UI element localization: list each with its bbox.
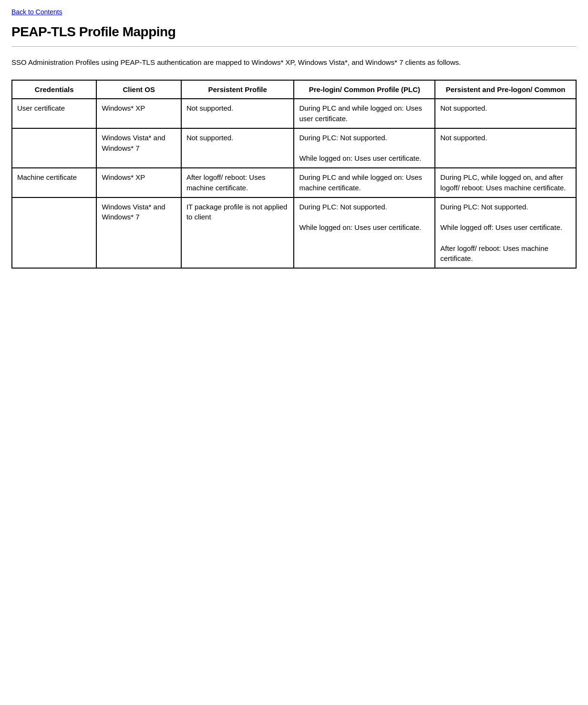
cell-pre-login: During PLC: Not supported.While logged o… — [294, 128, 435, 168]
cell-client-os: Windows Vista* and Windows* 7 — [96, 128, 181, 168]
divider — [11, 46, 577, 47]
header-persistent-profile: Persistent Profile — [181, 80, 294, 99]
cell-pre-login: During PLC: Not supported.While logged o… — [294, 197, 435, 269]
mapping-table: Credentials Client OS Persistent Profile… — [11, 80, 577, 269]
header-pre-login: Pre-login/ Common Profile (PLC) — [294, 80, 435, 99]
cell-credentials: Machine certificate — [12, 168, 96, 197]
cell-credentials — [12, 197, 96, 269]
cell-client-os: Windows Vista* and Windows* 7 — [96, 197, 181, 269]
cell-persistent-profile: Not supported. — [181, 128, 294, 168]
table-row: User certificateWindows* XPNot supported… — [12, 99, 576, 128]
cell-pre-login: During PLC and while logged on: Uses mac… — [294, 168, 435, 197]
intro-text: SSO Administration Profiles using PEAP-T… — [11, 57, 577, 68]
cell-credentials: User certificate — [12, 99, 96, 128]
header-credentials: Credentials — [12, 80, 96, 99]
back-to-contents-link[interactable]: Back to Contents — [11, 8, 62, 16]
table-row: Windows Vista* and Windows* 7Not support… — [12, 128, 576, 168]
cell-credentials — [12, 128, 96, 168]
cell-client-os: Windows* XP — [96, 99, 181, 128]
table-row: Machine certificateWindows* XPAfter logo… — [12, 168, 576, 197]
table-header-row: Credentials Client OS Persistent Profile… — [12, 80, 576, 99]
page-title: PEAP-TLS Profile Mapping — [11, 24, 577, 40]
header-persistent-pre: Persistent and Pre-logon/ Common — [435, 80, 576, 99]
cell-persistent-pre-logon: During PLC, while logged on, and after l… — [435, 168, 576, 197]
cell-persistent-profile: After logoff/ reboot: Uses machine certi… — [181, 168, 294, 197]
cell-persistent-profile: IT package profile is not applied to cli… — [181, 197, 294, 269]
cell-persistent-pre-logon: Not supported. — [435, 128, 576, 168]
cell-persistent-pre-logon: Not supported. — [435, 99, 576, 128]
cell-client-os: Windows* XP — [96, 168, 181, 197]
header-client-os: Client OS — [96, 80, 181, 99]
cell-pre-login: During PLC and while logged on: Uses use… — [294, 99, 435, 128]
cell-persistent-pre-logon: During PLC: Not supported.While logged o… — [435, 197, 576, 269]
table-row: Windows Vista* and Windows* 7IT package … — [12, 197, 576, 269]
cell-persistent-profile: Not supported. — [181, 99, 294, 128]
